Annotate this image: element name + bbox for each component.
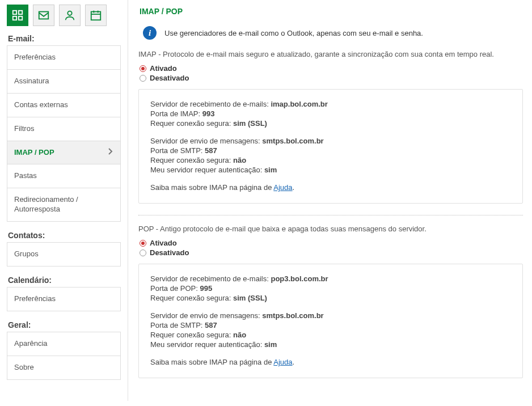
section-title-geral: Geral: <box>8 320 121 329</box>
grid-icon <box>11 9 24 22</box>
radio-label: Ativado <box>150 239 177 247</box>
imap-recv: Servidor de recebimento de e-mails: imap… <box>150 100 511 108</box>
sidebar-item-grupos[interactable]: Grupos <box>7 243 120 266</box>
info-bar: i Use gerenciadores de e-mail como o Out… <box>138 26 523 40</box>
radio-label: Desativado <box>150 74 189 82</box>
radio-label: Ativado <box>150 64 177 73</box>
sidebar-item-filtros[interactable]: Filtros <box>7 117 120 141</box>
radio-label: Desativado <box>150 248 189 257</box>
sidebar-item-imap-pop[interactable]: IMAP / POP <box>7 141 120 165</box>
imap-smtp-port: Porta de SMTP: 587 <box>150 146 511 155</box>
sidebar: E-mail: Preferências Assinatura Contas e… <box>0 0 128 401</box>
pop-description: POP - Antigo protocolo de e-mail que bai… <box>138 225 523 233</box>
person-icon <box>64 9 76 22</box>
sidebar-item-aparencia[interactable]: Aparência <box>7 332 120 356</box>
radio-icon <box>140 249 146 256</box>
pop-radio-group: Ativado Desativado <box>138 239 523 257</box>
imap-help-link[interactable]: Ajuda <box>273 183 292 192</box>
imap-send-ssl: Requer conexão segura: não <box>150 156 511 164</box>
pop-ssl: Requer conexão segura: sim (SSL) <box>150 294 511 302</box>
svg-rect-2 <box>13 16 16 20</box>
sidebar-item-label: Contas externas <box>14 100 68 110</box>
sidebar-item-label: Filtros <box>14 124 34 134</box>
mail-icon <box>37 9 50 22</box>
svg-point-5 <box>67 11 71 15</box>
top-tab-row <box>7 5 121 26</box>
pop-radio-ativado[interactable]: Ativado <box>140 239 523 247</box>
sidebar-item-label: Aparência <box>14 339 48 349</box>
pop-send: Servidor de envio de mensagens: smtps.bo… <box>150 311 511 320</box>
pop-port: Porta de POP: 995 <box>150 284 511 293</box>
pop-send-ssl: Requer conexão segura: não <box>150 331 511 339</box>
pop-help: Saiba mais sobre IMAP na página de Ajuda… <box>150 358 511 366</box>
sidebar-item-pastas[interactable]: Pastas <box>7 164 120 188</box>
tab-apps[interactable] <box>7 5 28 26</box>
sidebar-item-label: Grupos <box>14 249 39 259</box>
sidebar-item-label: Pastas <box>14 171 37 181</box>
radio-icon <box>140 240 146 247</box>
page-title: IMAP / POP <box>140 7 523 16</box>
svg-rect-1 <box>19 11 22 14</box>
radio-icon <box>140 75 146 82</box>
imap-ssl: Requer conexão segura: sim (SSL) <box>150 119 511 128</box>
sidebar-item-label: Preferências <box>14 53 56 62</box>
navlist-calendario: Preferências <box>7 287 121 311</box>
content-area: IMAP / POP i Use gerenciadores de e-mail… <box>128 0 532 401</box>
pop-auth: Meu servidor requer autenticação: sim <box>150 340 511 349</box>
sidebar-item-assinatura[interactable]: Assinatura <box>7 70 120 94</box>
section-title-email: E-mail: <box>8 34 121 43</box>
sidebar-item-sobre[interactable]: Sobre <box>7 356 120 379</box>
sidebar-item-label: Assinatura <box>14 77 49 86</box>
tab-mail[interactable] <box>33 5 54 26</box>
tab-calendar[interactable] <box>85 5 107 26</box>
svg-rect-6 <box>91 12 101 20</box>
imap-radio-group: Ativado Desativado <box>138 64 523 82</box>
imap-settings-card: Servidor de recebimento de e-mails: imap… <box>138 89 523 204</box>
sidebar-item-redirecionamento[interactable]: Redirecionamento / Autorresposta <box>7 188 120 221</box>
svg-rect-0 <box>13 11 16 14</box>
tab-contacts[interactable] <box>59 5 81 26</box>
imap-description: IMAP - Protocolo de e-mail mais seguro e… <box>138 50 523 58</box>
radio-icon <box>140 65 146 72</box>
sidebar-item-preferencias[interactable]: Preferências <box>7 46 120 70</box>
navlist-email: Preferências Assinatura Contas externas … <box>7 45 121 222</box>
sidebar-item-label: Sobre <box>14 363 34 373</box>
calendar-icon <box>90 9 102 22</box>
sidebar-item-label: Redirecionamento / Autorresposta <box>14 195 113 214</box>
pop-smtp-port: Porta de SMTP: 587 <box>150 321 511 329</box>
imap-auth: Meu servidor requer autenticação: sim <box>150 166 511 174</box>
navlist-contatos: Grupos <box>7 242 121 267</box>
sidebar-item-label: Preferências <box>14 294 56 304</box>
section-title-contatos: Contatos: <box>8 231 121 240</box>
imap-help: Saiba mais sobre IMAP na página de Ajuda… <box>150 183 511 192</box>
svg-rect-3 <box>19 16 22 20</box>
pop-recv: Servidor de recebimento de e-mails: pop3… <box>150 274 511 283</box>
imap-radio-desativado[interactable]: Desativado <box>140 74 523 82</box>
chevron-right-icon <box>108 148 113 158</box>
info-text: Use gerenciadores de e-mail como o Outlo… <box>164 29 423 37</box>
sidebar-item-cal-preferencias[interactable]: Preferências <box>7 287 120 311</box>
svg-rect-4 <box>39 12 49 19</box>
sidebar-item-contas-externas[interactable]: Contas externas <box>7 94 120 117</box>
imap-send: Servidor de envio de mensagens: smtps.bo… <box>150 137 511 145</box>
divider <box>138 215 523 215</box>
pop-radio-desativado[interactable]: Desativado <box>140 248 523 257</box>
imap-radio-ativado[interactable]: Ativado <box>140 64 523 73</box>
info-icon: i <box>143 26 157 40</box>
section-title-calendario: Calendário: <box>8 276 121 285</box>
sidebar-item-label: IMAP / POP <box>14 148 54 158</box>
pop-help-link[interactable]: Ajuda <box>273 358 292 366</box>
imap-port: Porta de IMAP: 993 <box>150 109 511 118</box>
pop-settings-card: Servidor de recebimento de e-mails: pop3… <box>138 264 523 378</box>
navlist-geral: Aparência Sobre <box>7 332 121 380</box>
